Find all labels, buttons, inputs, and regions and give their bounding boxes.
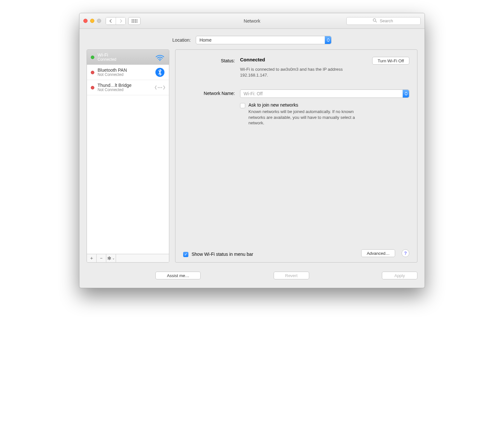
sidebar-item-status: Not Connected — [98, 88, 151, 92]
wifi-toggle-button[interactable]: Turn Wi-Fi Off — [372, 57, 409, 65]
service-sidebar: Wi-Fi Connected — [87, 49, 169, 263]
gear-icon: ✻ — [107, 255, 111, 261]
add-service-button[interactable]: ＋ — [87, 254, 97, 262]
svg-point-9 — [133, 22, 134, 23]
close-icon[interactable] — [83, 19, 88, 23]
sidebar-item-status: Connected — [98, 57, 151, 62]
titlebar: Network — [79, 13, 425, 29]
status-dot-icon — [91, 71, 94, 74]
chevron-down-icon: ⌄ — [112, 256, 115, 260]
status-row: Status: Connected Turn Wi-Fi Off Wi-Fi i… — [183, 57, 409, 78]
status-label: Status: — [183, 57, 235, 78]
status-description: Wi-Fi is connected to aw3s0m3 and has th… — [240, 67, 363, 78]
location-label: Location: — [173, 37, 191, 43]
svg-point-4 — [132, 20, 133, 21]
zoom-icon[interactable] — [97, 19, 101, 23]
network-name-popup[interactable]: Wi-Fi: Off — [240, 89, 409, 98]
traffic-lights — [83, 19, 101, 23]
svg-point-18 — [161, 87, 162, 88]
apply-button[interactable]: Apply — [382, 272, 417, 279]
svg-point-3 — [137, 19, 137, 20]
revert-button[interactable]: Revert — [274, 272, 309, 279]
ask-join-checkbox[interactable] — [240, 103, 245, 108]
assist-button[interactable]: Assist me… — [155, 272, 201, 279]
forward-button[interactable] — [116, 17, 125, 25]
nav-segment — [106, 17, 126, 25]
network-name-label: Network Name: — [183, 89, 235, 126]
wifi-icon — [154, 52, 166, 62]
svg-point-6 — [135, 20, 136, 21]
svg-point-2 — [135, 19, 136, 20]
svg-point-5 — [133, 20, 134, 21]
bottom-buttons: Assist me… Revert Apply — [79, 268, 425, 288]
svg-point-10 — [135, 22, 136, 23]
location-popup[interactable]: Home — [196, 36, 331, 44]
sidebar-item-label: Bluetooth PAN — [98, 67, 151, 73]
sidebar-item-status: Not Connected — [98, 73, 151, 77]
sidebar-item-thunderbolt[interactable]: Thund…lt Bridge Not Connected — [87, 80, 169, 95]
back-button[interactable] — [106, 17, 116, 25]
sidebar-item-label: Wi-Fi — [98, 52, 151, 57]
svg-point-14 — [159, 60, 161, 61]
menubar-label: Show Wi-Fi status in menu bar — [192, 252, 253, 257]
status-value: Connected — [240, 57, 265, 62]
svg-point-16 — [158, 87, 159, 88]
popup-stepper-icon — [325, 36, 331, 44]
svg-point-11 — [137, 22, 137, 23]
ask-join-row: Ask to join new networks Known networks … — [240, 102, 409, 126]
thunderbolt-bridge-icon — [154, 83, 166, 92]
svg-point-8 — [132, 22, 133, 23]
svg-point-17 — [159, 87, 160, 88]
grid-icon — [131, 19, 137, 23]
ask-join-description: Known networks will be joined automatica… — [248, 109, 371, 126]
search-input[interactable] — [346, 17, 421, 25]
network-name-row: Network Name: Wi-Fi: Off Ask to join new… — [183, 89, 409, 126]
location-row: Location: Home — [79, 29, 425, 47]
search-wrap — [346, 17, 421, 25]
popup-stepper-icon — [403, 90, 409, 98]
menubar-row: Show Wi-Fi status in menu bar — [183, 251, 253, 257]
detail-footer: Show Wi-Fi status in menu bar Advanced… … — [183, 249, 409, 257]
sidebar-item-label: Thund…lt Bridge — [98, 83, 151, 88]
window: Network Location: Home Wi- — [79, 13, 425, 288]
detail-panel: Status: Connected Turn Wi-Fi Off Wi-Fi i… — [175, 49, 417, 263]
sidebar-item-bluetooth[interactable]: Bluetooth PAN Not Connected — [87, 65, 169, 80]
status-dot-icon — [91, 86, 94, 89]
bluetooth-icon — [154, 67, 166, 77]
ask-join-label: Ask to join new networks — [248, 102, 371, 108]
minimize-icon[interactable] — [90, 19, 94, 23]
service-list: Wi-Fi Connected — [87, 50, 169, 254]
service-options-button[interactable]: ✻⌄ — [106, 254, 116, 262]
menubar-checkbox[interactable] — [183, 252, 188, 257]
network-name-value: Wi-Fi: Off — [244, 91, 263, 96]
sidebar-item-wifi[interactable]: Wi-Fi Connected — [87, 50, 169, 65]
main: Wi-Fi Connected — [79, 47, 425, 268]
sidebar-actions: ＋ － ✻⌄ — [87, 254, 169, 262]
show-all-button[interactable] — [128, 17, 141, 25]
status-dot-icon — [91, 56, 94, 59]
svg-point-7 — [137, 20, 137, 21]
help-button[interactable]: ? — [402, 249, 409, 257]
advanced-button[interactable]: Advanced… — [361, 249, 395, 257]
svg-point-1 — [133, 19, 134, 20]
location-value: Home — [199, 37, 211, 43]
svg-point-0 — [132, 19, 133, 20]
remove-service-button[interactable]: － — [97, 254, 106, 262]
